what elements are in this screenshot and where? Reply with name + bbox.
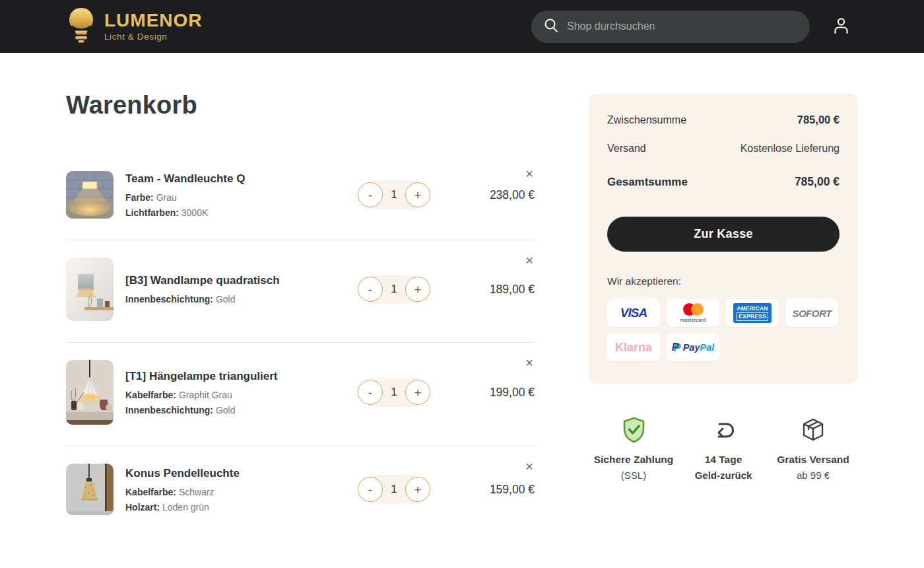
quantity-stepper: - 1 + <box>358 379 430 406</box>
paypal-logo: P P PayPal <box>667 334 719 361</box>
remove-item-button[interactable]: × <box>525 254 533 267</box>
trust-free-shipping: Gratis Versand ab 99 € <box>768 417 858 481</box>
trust-badges: Sichere Zahlung (SSL) 14 Tage Geld-zurüc… <box>589 417 858 481</box>
quantity-increase-button[interactable]: + <box>405 182 430 207</box>
brand-tagline: Licht & Design <box>104 32 203 42</box>
shipping-row: Versand Kostenlose Lieferung <box>607 143 840 155</box>
quantity-decrease-button[interactable]: - <box>358 477 383 502</box>
remove-item-button[interactable]: × <box>525 167 533 180</box>
mastercard-logo: mastercard <box>667 299 719 327</box>
header: LUMENOR Licht & Design <box>0 0 924 53</box>
quantity-value: 1 <box>383 283 405 296</box>
quantity-value: 1 <box>383 386 405 399</box>
item-price: 159,00 € <box>449 483 535 497</box>
item-price: 238,00 € <box>449 188 535 202</box>
order-summary-card: Zwischensumme 785,00 € Versand Kostenlos… <box>589 94 858 384</box>
amex-logo: AMERICAN EXPRESS <box>726 299 779 327</box>
item-option: Holzart: Loden grün <box>125 502 358 513</box>
item-option: Farbe: Grau <box>125 192 358 203</box>
cart-item-row: [B3] Wandlampe quadratisch Innenbeschich… <box>66 240 535 343</box>
subtotal-row: Zwischensumme 785,00 € <box>607 114 840 126</box>
item-price: 199,00 € <box>449 386 535 400</box>
quantity-stepper: - 1 + <box>358 476 430 503</box>
brand-logo[interactable]: LUMENOR Licht & Design <box>66 7 203 46</box>
quantity-decrease-button[interactable]: - <box>358 380 383 405</box>
search-bar <box>531 11 810 43</box>
package-icon <box>800 417 826 443</box>
brand-name: LUMENOR <box>104 11 203 30</box>
trust-money-back: 14 Tage Geld-zurück <box>678 417 768 481</box>
visa-logo: VISA <box>607 299 660 327</box>
item-title[interactable]: Konus Pendelleuchte <box>125 467 358 480</box>
cart-item-row: Konus Pendelleuchte Kabelfarbe: Schwarz … <box>66 446 535 536</box>
product-image-cube-wall-lamp[interactable] <box>66 258 114 321</box>
return-arrow-icon <box>710 417 737 443</box>
cart-list: Team - Wandleuchte Q Farbe: Grau Lichtfa… <box>66 154 535 536</box>
quantity-value: 1 <box>383 188 405 201</box>
cart-item-row: [T1] Hängelampe trianguliert Kabelfarbe:… <box>66 343 535 446</box>
shipping-value: Kostenlose Lieferung <box>741 143 840 155</box>
trust-secure-payment: Sichere Zahlung (SSL) <box>589 417 678 481</box>
quantity-value: 1 <box>383 483 405 496</box>
total-row: Gesamtsumme 785,00 € <box>607 175 840 189</box>
quantity-decrease-button[interactable]: - <box>358 182 383 207</box>
product-image-wall-light-stone[interactable] <box>66 171 114 219</box>
cart-item-row: Team - Wandleuchte Q Farbe: Grau Lichtfa… <box>66 154 535 240</box>
quantity-increase-button[interactable]: + <box>405 380 430 405</box>
search-icon <box>543 17 559 36</box>
remove-item-button[interactable]: × <box>525 460 533 473</box>
item-option: Lichtfarben: 3000K <box>125 207 358 218</box>
subtotal-value: 785,00 € <box>797 114 840 126</box>
item-option: Kabelfarbe: Schwarz <box>125 487 358 497</box>
checkout-button[interactable]: Zur Kasse <box>607 217 840 252</box>
shield-check-icon <box>622 417 646 443</box>
search-input[interactable] <box>567 20 798 32</box>
item-option: Innenbeschichtung: Gold <box>125 294 358 304</box>
account-button[interactable] <box>832 17 850 37</box>
sofort-logo: SOFORT <box>785 299 838 327</box>
main-content: Warenkorb <box>0 53 924 536</box>
item-title[interactable]: [T1] Hängelampe trianguliert <box>125 370 358 383</box>
quantity-decrease-button[interactable]: - <box>358 277 383 302</box>
item-title[interactable]: Team - Wandleuchte Q <box>125 172 358 186</box>
item-option: Kabelfarbe: Graphit Grau <box>125 390 358 400</box>
quantity-stepper: - 1 + <box>358 276 430 302</box>
total-value: 785,00 € <box>795 175 840 189</box>
product-image-cone-pendant[interactable] <box>66 464 114 515</box>
item-title[interactable]: [B3] Wandlampe quadratisch <box>125 274 358 287</box>
accepted-payments-label: Wir akzeptieren: <box>607 275 840 287</box>
product-image-pendant-lamp[interactable] <box>66 360 114 425</box>
quantity-increase-button[interactable]: + <box>405 477 430 502</box>
quantity-increase-button[interactable]: + <box>405 277 430 302</box>
user-icon <box>832 17 850 37</box>
bulb-logo-icon <box>66 7 96 46</box>
payment-methods: VISA mastercard AMERICAN EXPRESS SOFORT … <box>607 299 840 361</box>
item-price: 189,00 € <box>449 283 535 297</box>
klarna-logo: Klarna <box>607 334 660 361</box>
page-title: Warenkorb <box>66 91 535 120</box>
quantity-stepper: - 1 + <box>358 182 430 208</box>
remove-item-button[interactable]: × <box>525 356 533 369</box>
item-option: Innenbeschichtung: Gold <box>125 405 358 415</box>
